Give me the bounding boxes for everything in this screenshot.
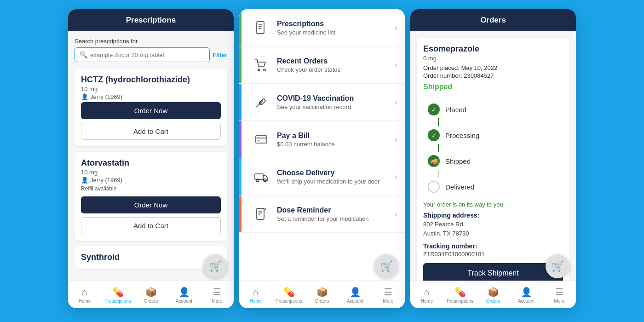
cart-icon [254, 58, 269, 72]
menu-list: Prescriptions See your medicine list › R… [239, 9, 405, 281]
nav-label-orders-left: Orders [144, 299, 158, 304]
tracker-label-processing: Processing [445, 132, 479, 139]
bottom-nav-middle: ⌂ Home 💊 Prescriptions 📦 Orders 👤 Accoun… [239, 281, 405, 308]
menu-item-covid[interactable]: COVID-19 Vaccination See your vaccinatio… [239, 84, 405, 121]
track-shipment-button[interactable]: Track Shipment [423, 263, 563, 281]
prescriptions-menu-sub: See your medicine list [277, 29, 395, 36]
account-icon-right: 👤 [521, 287, 532, 298]
home-icon-middle: ⌂ [253, 287, 259, 298]
menu-item-pay-bill[interactable]: Pay a Bill $0.00 current balance › [239, 121, 405, 158]
covid-menu-text: COVID-19 Vaccination See your vaccinatio… [277, 94, 395, 110]
search-input[interactable] [90, 52, 205, 58]
menu-item-delivery[interactable]: Choose Delivery We'll ship your medicati… [239, 158, 405, 196]
tracker-circle-placed: ✓ [428, 104, 440, 115]
nav-prescriptions-middle[interactable]: 💊 Prescriptions [272, 287, 305, 304]
rx-dose-hctz: 10 mg [81, 86, 221, 92]
nav-more-right[interactable]: ☰ More [543, 287, 576, 304]
covid-menu-icon [251, 92, 271, 112]
order-divider [423, 96, 563, 96]
patient-icon-2: 👤 [81, 177, 88, 184]
order-status-badge: Shipped [423, 83, 563, 91]
rx-name-synthroid: Synthroid [81, 253, 221, 262]
nav-account-left[interactable]: 👤 Account [167, 287, 201, 304]
accent-prescriptions [239, 9, 242, 46]
home-icon-right: ⌂ [424, 287, 430, 298]
nav-home-middle[interactable]: ⌂ Home [239, 287, 272, 304]
tracker-label-placed: Placed [445, 106, 466, 114]
orders-header: Orders [410, 9, 576, 31]
dose-reminder-menu-sub: Set a reminder for your medication [277, 215, 395, 222]
svg-line-8 [259, 101, 260, 103]
chevron-covid: › [395, 98, 397, 107]
rx-icon [254, 20, 269, 35]
nav-home-right[interactable]: ⌂ Home [410, 287, 443, 304]
search-icon: 🔍 [80, 51, 87, 58]
add-to-cart-button-atorvastatin[interactable]: Add to Cart [81, 217, 221, 234]
delivery-menu-text: Choose Delivery We'll ship your medicati… [277, 169, 395, 185]
order-card: Esomeprazole 0 mg Order placed: May 10, … [417, 38, 569, 281]
accent-delivery [239, 158, 242, 195]
tracker-label-shipped: Shipped [445, 157, 471, 165]
menu-item-prescriptions[interactable]: Prescriptions See your medicine list › [239, 9, 405, 46]
add-to-cart-button-hctz[interactable]: Add to Cart [81, 123, 221, 140]
syringe-icon [254, 95, 269, 109]
tracking-number-title: Tracking number: [423, 242, 563, 250]
tracker-line-1 [438, 118, 439, 126]
filter-button[interactable]: Filter [213, 52, 227, 58]
prescriptions-header: Prescriptions [68, 9, 234, 31]
nav-prescriptions-left[interactable]: 💊 Prescriptions [101, 287, 134, 304]
nav-orders-right[interactable]: 📦 Orders [477, 287, 510, 304]
prescriptions-icon-middle: 💊 [283, 287, 295, 298]
rx-dose-atorvastatin: 10 mg [81, 169, 221, 176]
chevron-dose-reminder: › [395, 209, 397, 219]
menu-item-dose-reminder[interactable]: Dose Reminder Set a reminder for your me… [239, 196, 405, 233]
nav-more-left[interactable]: ☰ More [201, 287, 234, 304]
nav-label-prescriptions-left: Prescriptions [104, 299, 131, 304]
cart-fab-left[interactable]: 🛒 [203, 254, 227, 278]
prescriptions-body: Search prescriptions for 🔍 Filter HCTZ (… [68, 31, 234, 281]
prescriptions-menu-text: Prescriptions See your medicine list [277, 20, 395, 36]
home-icon-left: ⌂ [82, 287, 87, 298]
tracking-number-value: Z1R034F01000000181 [423, 251, 563, 258]
tracker-circle-delivered [428, 181, 440, 193]
nav-label-home-left: Home [79, 299, 91, 304]
pay-bill-menu-title: Pay a Bill [277, 132, 395, 140]
tracker-circle-processing: ✓ [428, 129, 440, 141]
nav-prescriptions-right[interactable]: 💊 Prescriptions [443, 287, 477, 304]
account-icon-middle: 👤 [350, 287, 361, 298]
more-icon-middle: ☰ [384, 287, 392, 298]
nav-account-middle[interactable]: 👤 Account [339, 287, 372, 304]
orders-icon-right: 📦 [488, 287, 499, 298]
recent-orders-menu-title: Recent Orders [277, 57, 395, 65]
prescriptions-screen: Prescriptions Search prescriptions for 🔍… [68, 9, 234, 308]
svg-rect-0 [257, 22, 264, 34]
search-label: Search prescriptions for [75, 38, 227, 45]
nav-label-home-right: Home [421, 299, 433, 304]
orders-icon-middle: 📦 [316, 287, 328, 298]
order-now-button-hctz[interactable]: Order Now [81, 102, 221, 119]
nav-orders-left[interactable]: 📦 Orders [134, 287, 167, 304]
cart-fab-middle[interactable]: 🛒 [374, 254, 398, 278]
pay-bill-menu-icon [251, 129, 271, 150]
nav-label-account-middle: Account [347, 299, 363, 304]
order-now-button-atorvastatin[interactable]: Order Now [81, 196, 221, 213]
nav-orders-middle[interactable]: 📦 Orders [305, 287, 339, 304]
chevron-delivery: › [395, 172, 397, 182]
more-icon-right: ☰ [555, 287, 564, 298]
tracker-step-processing: ✓ Processing [428, 126, 563, 144]
recent-orders-menu-icon [251, 55, 271, 75]
menu-item-recent-orders[interactable]: Recent Orders Check your order status › [239, 46, 405, 84]
on-way-text: Your order is on its way to you! [423, 201, 563, 208]
dose-reminder-menu-icon [251, 204, 271, 224]
rx-refill-label: Refill available [81, 185, 221, 192]
delivery-menu-title: Choose Delivery [277, 169, 395, 177]
nav-home-left[interactable]: ⌂ Home [68, 287, 101, 304]
nav-more-middle[interactable]: ☰ More [372, 287, 405, 304]
order-drug-name: Esomeprazole [423, 44, 563, 54]
shipping-section: Shipping address: 802 Pearce RdAustin, T… [423, 212, 563, 238]
search-input-wrap[interactable]: 🔍 [75, 47, 210, 62]
rx-patient-hctz: 👤 Jerry (1969) [81, 93, 221, 100]
nav-label-prescriptions-right: Prescriptions [447, 299, 473, 304]
nav-account-right[interactable]: 👤 Account [510, 287, 543, 304]
cart-fab-right[interactable]: 🛒 [546, 254, 569, 278]
